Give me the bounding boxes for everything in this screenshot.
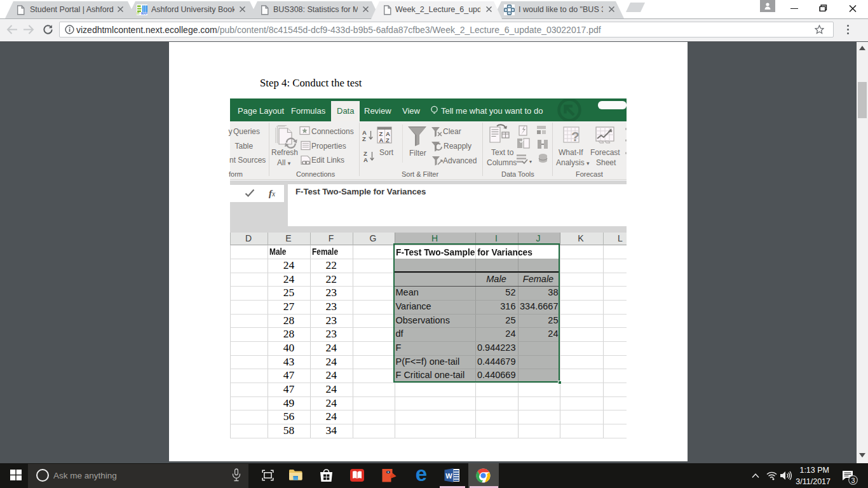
- svg-text:Z: Z: [386, 137, 390, 144]
- svg-text:IT·: IT·: [137, 12, 141, 15]
- svg-text:Z: Z: [362, 135, 366, 142]
- svg-text:A: A: [363, 156, 368, 163]
- svg-text:▾: ▾: [529, 159, 532, 165]
- svg-text:W: W: [445, 472, 452, 480]
- svg-text:A: A: [379, 137, 384, 144]
- svg-text:MAP: MAP: [141, 12, 147, 15]
- svg-text:3: 3: [851, 476, 855, 484]
- svg-text:?: ?: [571, 129, 580, 144]
